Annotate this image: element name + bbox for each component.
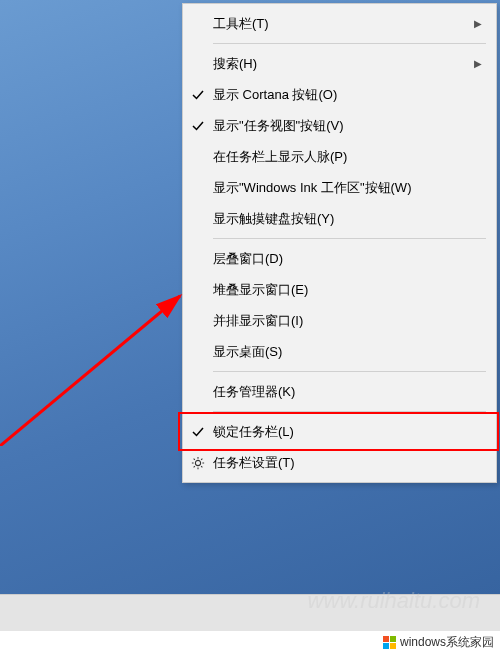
- submenu-arrow-icon: ▶: [470, 58, 486, 69]
- menu-item-11[interactable]: 并排显示窗口(I): [183, 305, 496, 336]
- menu-item-9[interactable]: 层叠窗口(D): [183, 243, 496, 274]
- menu-item-4[interactable]: 显示"任务视图"按钮(V): [183, 110, 496, 141]
- watermark-logo: windows系统家园: [383, 634, 494, 651]
- menu-separator: [213, 43, 486, 44]
- menu-item-6[interactable]: 显示"Windows Ink 工作区"按钮(W): [183, 172, 496, 203]
- menu-item-2[interactable]: 搜索(H)▶: [183, 48, 496, 79]
- menu-separator: [213, 371, 486, 372]
- menu-item-label: 任务栏设置(T): [213, 454, 486, 472]
- menu-item-12[interactable]: 显示桌面(S): [183, 336, 496, 367]
- menu-item-label: 任务管理器(K): [213, 383, 486, 401]
- menu-item-label: 在任务栏上显示人脉(P): [213, 148, 486, 166]
- menu-item-16[interactable]: 锁定任务栏(L): [183, 416, 496, 447]
- menu-item-14[interactable]: 任务管理器(K): [183, 376, 496, 407]
- check-icon: [183, 89, 213, 101]
- menu-item-label: 层叠窗口(D): [213, 250, 486, 268]
- menu-item-10[interactable]: 堆叠显示窗口(E): [183, 274, 496, 305]
- check-icon: [183, 426, 213, 438]
- watermark-text: windows系统家园: [400, 634, 494, 651]
- menu-item-label: 锁定任务栏(L): [213, 423, 486, 441]
- menu-item-5[interactable]: 在任务栏上显示人脉(P): [183, 141, 496, 172]
- watermark-bar: windows系统家园: [0, 631, 500, 654]
- menu-item-label: 显示触摸键盘按钮(Y): [213, 210, 486, 228]
- windows-logo-icon: [383, 636, 396, 649]
- menu-separator: [213, 238, 486, 239]
- menu-item-0[interactable]: 工具栏(T)▶: [183, 8, 496, 39]
- taskbar-context-menu: 工具栏(T)▶搜索(H)▶显示 Cortana 按钮(O)显示"任务视图"按钮(…: [182, 3, 497, 483]
- taskbar[interactable]: [0, 594, 500, 631]
- submenu-arrow-icon: ▶: [470, 18, 486, 29]
- check-icon: [183, 120, 213, 132]
- menu-item-label: 显示桌面(S): [213, 343, 486, 361]
- menu-item-3[interactable]: 显示 Cortana 按钮(O): [183, 79, 496, 110]
- menu-item-label: 显示 Cortana 按钮(O): [213, 86, 486, 104]
- menu-item-label: 显示"Windows Ink 工作区"按钮(W): [213, 179, 486, 197]
- menu-item-label: 堆叠显示窗口(E): [213, 281, 486, 299]
- menu-item-label: 搜索(H): [213, 55, 470, 73]
- menu-item-7[interactable]: 显示触摸键盘按钮(Y): [183, 203, 496, 234]
- menu-item-17[interactable]: 任务栏设置(T): [183, 447, 496, 478]
- menu-separator: [213, 411, 486, 412]
- menu-item-label: 工具栏(T): [213, 15, 470, 33]
- menu-item-label: 并排显示窗口(I): [213, 312, 486, 330]
- gear-icon: [183, 456, 213, 470]
- menu-item-label: 显示"任务视图"按钮(V): [213, 117, 486, 135]
